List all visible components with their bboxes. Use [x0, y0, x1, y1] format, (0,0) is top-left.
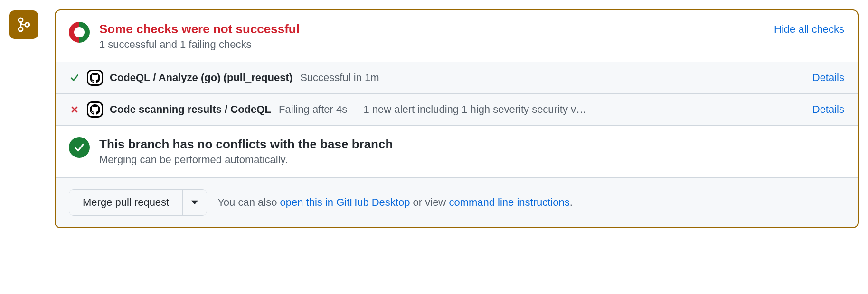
check-icon	[69, 73, 80, 83]
merge-status-text: This branch has no conflicts with the ba…	[99, 137, 844, 166]
checks-summary-section: Some checks were not successful Hide all…	[56, 10, 858, 62]
check-details-link[interactable]: Details	[812, 72, 844, 84]
check-name: Code scanning results / CodeQL	[110, 103, 271, 115]
footer-text-suffix: .	[570, 196, 573, 208]
open-in-desktop-link[interactable]: open this in GitHub Desktop	[280, 196, 410, 208]
git-merge-icon	[16, 17, 32, 33]
check-text: Code scanning results / CodeQL Failing a…	[110, 103, 806, 116]
status-donut-icon	[69, 22, 90, 43]
merge-button-group: Merge pull request	[69, 189, 207, 216]
success-circle-icon	[69, 137, 90, 158]
merge-status-subtitle: Merging can be performed automatically.	[99, 154, 844, 166]
checks-summary-title: Some checks were not successful	[99, 22, 300, 37]
check-row: Code scanning results / CodeQL Failing a…	[56, 94, 858, 126]
check-name: CodeQL / Analyze (go) (pull_request)	[110, 72, 292, 83]
footer-text-prefix: You can also	[217, 196, 280, 208]
svg-point-1	[19, 27, 23, 31]
github-icon	[87, 101, 103, 118]
footer-text-mid: or view	[410, 196, 449, 208]
github-icon	[87, 70, 103, 86]
check-status: Successful in 1m	[300, 72, 379, 83]
merge-footer: Merge pull request You can also open thi…	[56, 178, 858, 227]
merge-status-title: This branch has no conflicts with the ba…	[99, 137, 844, 152]
merge-options-dropdown-button[interactable]	[182, 190, 207, 215]
merge-panel: Some checks were not successful Hide all…	[9, 9, 859, 228]
merge-pull-request-button[interactable]: Merge pull request	[69, 190, 182, 215]
check-row: CodeQL / Analyze (go) (pull_request) Suc…	[56, 62, 858, 94]
timeline-badge	[9, 10, 38, 39]
check-details-link[interactable]: Details	[812, 103, 844, 116]
checks-summary-subtitle: 1 successful and 1 failing checks	[99, 38, 844, 51]
footer-text: You can also open this in GitHub Desktop…	[217, 196, 573, 209]
check-text: CodeQL / Analyze (go) (pull_request) Suc…	[110, 72, 806, 84]
merge-box: Some checks were not successful Hide all…	[55, 9, 859, 228]
checks-summary-text: Some checks were not successful Hide all…	[99, 22, 844, 51]
svg-point-2	[25, 23, 29, 27]
merge-status-section: This branch has no conflicts with the ba…	[56, 126, 858, 178]
hide-all-checks-link[interactable]: Hide all checks	[774, 23, 844, 36]
check-status: Failing after 4s — 1 new alert including…	[279, 103, 586, 115]
command-line-instructions-link[interactable]: command line instructions	[449, 196, 569, 208]
triangle-down-icon	[191, 200, 198, 205]
x-icon	[69, 105, 80, 114]
svg-point-0	[19, 18, 23, 22]
